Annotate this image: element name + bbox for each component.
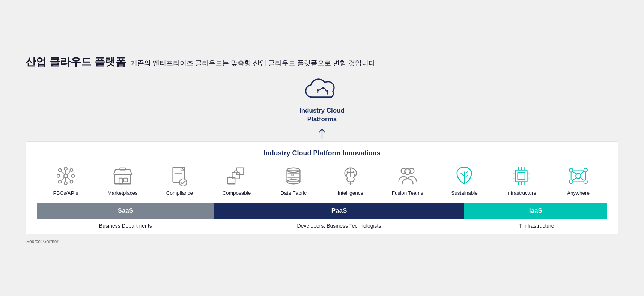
sub-labels-row: Business Departments Developers, Busines…	[37, 219, 607, 234]
svg-point-80	[584, 168, 588, 172]
slide-container: 산업 클라우드 플랫폼 기존의 엔터프라이즈 클라우드는 맞춤형 산업 클라우드…	[11, 43, 633, 253]
svg-point-78	[576, 173, 581, 179]
pbcs-apis-icon	[54, 165, 77, 187]
sustainable-icon	[453, 165, 475, 187]
svg-text:10: 10	[290, 174, 294, 177]
svg-rect-27	[124, 178, 128, 182]
anywhere-label: Anywhere	[567, 190, 590, 196]
intelligence-label: Intelligence	[338, 190, 363, 196]
paas-sublabel: Developers, Business Technologists	[214, 223, 465, 229]
svg-rect-37	[230, 176, 233, 178]
svg-point-0	[317, 89, 319, 91]
svg-point-10	[71, 174, 74, 177]
iaas-bar: IaaS	[464, 203, 607, 219]
icon-item-composable: Composable	[212, 165, 261, 196]
svg-point-82	[584, 180, 588, 183]
title-row: 산업 클라우드 플랫폼 기존의 엔터프라이즈 클라우드는 맞춤형 산업 클라우드…	[26, 55, 618, 69]
composable-label: Composable	[222, 190, 251, 196]
data-fabric-icon: 01 10 01	[282, 165, 305, 187]
paas-label: PaaS	[331, 207, 347, 215]
svg-line-83	[573, 171, 576, 174]
infrastructure-icon	[510, 165, 533, 187]
cloud-label: Industry CloudPlatforms	[299, 107, 345, 123]
svg-point-1	[322, 87, 324, 89]
svg-rect-35	[232, 172, 239, 179]
svg-line-3	[319, 88, 322, 90]
sustainable-label: Sustainable	[451, 190, 478, 196]
icon-item-compliance: Compliance	[155, 165, 204, 196]
svg-line-62	[464, 175, 468, 178]
intelligence-icon	[339, 165, 362, 187]
svg-point-11	[64, 167, 67, 170]
svg-line-85	[573, 177, 576, 180]
iaas-sublabel: IT Infrastructure	[464, 223, 607, 229]
icon-item-pbcs-apis: PBCs/APIs	[41, 165, 90, 196]
icon-item-marketplaces: Marketplaces	[98, 165, 147, 196]
svg-rect-64	[516, 170, 527, 182]
bars-section: SaaS PaaS IaaS Business Departments Deve…	[37, 203, 607, 234]
data-fabric-label: Data Fabric	[280, 190, 307, 196]
svg-line-21	[61, 171, 64, 174]
svg-point-2	[327, 90, 328, 92]
source-text: Source: Gartner	[26, 239, 58, 244]
saas-bar: SaaS	[37, 203, 214, 219]
svg-line-61	[461, 173, 465, 176]
svg-point-16	[59, 180, 62, 183]
svg-text:01: 01	[290, 177, 294, 181]
marketplaces-icon	[111, 165, 134, 187]
icons-row: PBCs/APIs	[37, 165, 607, 203]
svg-point-81	[569, 180, 573, 183]
svg-text:01: 01	[290, 170, 294, 173]
svg-point-79	[569, 168, 573, 172]
fusion-teams-label: Fusion Teams	[392, 190, 423, 196]
cloud-icon	[305, 78, 339, 104]
main-box: Industry Cloud Platform Innovations	[26, 141, 618, 234]
pbcs-apis-label: PBCs/APIs	[53, 190, 78, 196]
saas-label: SaaS	[117, 207, 133, 215]
icon-item-sustainable: Sustainable	[440, 165, 489, 196]
svg-point-14	[70, 180, 73, 183]
iaas-label: IaaS	[529, 207, 542, 215]
svg-line-22	[67, 177, 70, 180]
infrastructure-label: Infrastructure	[507, 190, 537, 196]
svg-point-12	[64, 182, 67, 185]
compliance-icon	[168, 165, 191, 187]
svg-point-9	[57, 174, 60, 177]
svg-line-4	[324, 88, 326, 92]
svg-rect-34	[228, 177, 235, 183]
marketplaces-label: Marketplaces	[108, 190, 138, 196]
icon-item-infrastructure: Infrastructure	[497, 165, 546, 196]
svg-line-23	[67, 171, 70, 174]
bars-row: SaaS PaaS IaaS	[37, 203, 607, 219]
icon-item-fusion-teams: Fusion Teams	[383, 165, 432, 196]
composable-icon	[225, 165, 248, 187]
svg-point-13	[59, 168, 62, 171]
svg-rect-26	[119, 178, 123, 183]
diagram-area: Industry CloudPlatforms Industry Cloud P…	[26, 78, 618, 244]
icon-item-anywhere: Anywhere	[554, 165, 603, 196]
svg-line-84	[581, 171, 584, 174]
svg-rect-38	[234, 171, 237, 173]
icon-item-data-fabric: 01 10 01 Data Fabric	[269, 165, 318, 196]
arrow-up	[316, 126, 328, 141]
paas-bar: PaaS	[214, 203, 465, 219]
svg-rect-65	[518, 172, 525, 179]
svg-line-86	[581, 177, 584, 180]
anywhere-icon	[567, 165, 590, 187]
icon-item-intelligence: Intelligence	[326, 165, 375, 196]
cloud-top: Industry CloudPlatforms	[299, 78, 345, 123]
innovations-title: Industry Cloud Platform Innovations	[37, 149, 607, 157]
title-bold: 산업 클라우드 플랫폼	[26, 55, 126, 69]
svg-rect-36	[236, 168, 244, 174]
fusion-teams-icon	[396, 165, 419, 187]
compliance-label: Compliance	[166, 190, 193, 196]
saas-sublabel: Business Departments	[37, 223, 214, 229]
svg-point-8	[64, 174, 68, 178]
svg-line-24	[61, 177, 64, 180]
title-subtitle: 기존의 엔터프라이즈 클라우드는 맞춤형 산업 클라우드 플랫폼으로 변할 것입…	[131, 59, 377, 68]
svg-line-63	[464, 171, 468, 174]
svg-point-15	[70, 168, 73, 171]
